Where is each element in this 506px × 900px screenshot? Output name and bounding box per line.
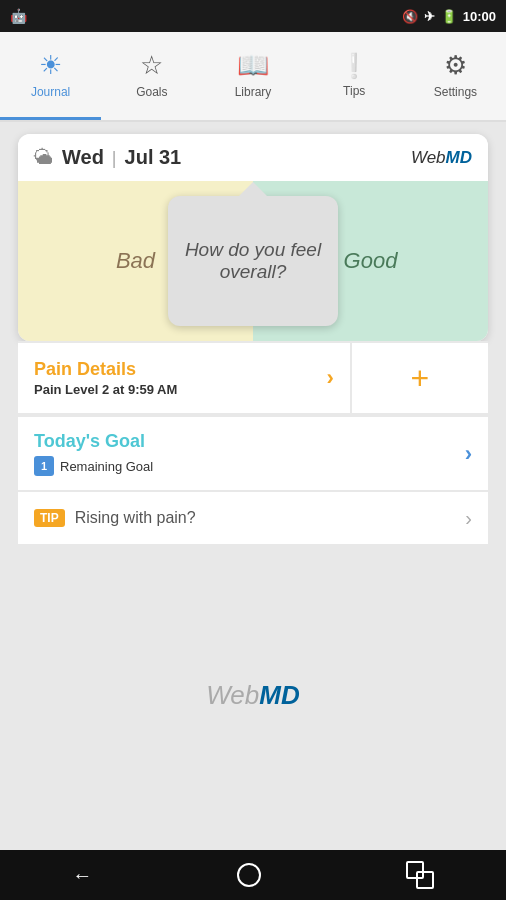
date-header: 🌥 Wed | Jul 31 WebMD xyxy=(18,134,488,181)
goal-content: Today's Goal 1 Remaining Goal xyxy=(34,431,153,476)
android-icon: 🤖 xyxy=(10,8,27,24)
add-entry-button[interactable]: + xyxy=(352,343,488,413)
goal-chevron: › xyxy=(465,441,472,467)
time-display: 10:00 xyxy=(463,9,496,24)
tab-settings[interactable]: ⚙ Settings xyxy=(405,32,506,120)
android-nav-bar: ← xyxy=(0,850,506,900)
tips-icon: ❕ xyxy=(339,52,369,80)
goal-sub: 1 Remaining Goal xyxy=(34,456,153,476)
weather-icon: 🌥 xyxy=(34,146,54,169)
goals-icon: ☆ xyxy=(140,50,163,81)
goal-badge: 1 xyxy=(34,456,54,476)
pain-details-card[interactable]: Pain Details Pain Level 2 at 9:59 AM › xyxy=(18,343,350,413)
mute-icon: 🔇 xyxy=(402,9,418,24)
settings-icon: ⚙ xyxy=(444,50,467,81)
pain-details-subtitle: Pain Level 2 at 9:59 AM xyxy=(34,382,177,397)
airplane-icon: ✈ xyxy=(424,9,435,24)
pain-details-content: Pain Details Pain Level 2 at 9:59 AM xyxy=(34,359,177,397)
goal-subtitle: Remaining Goal xyxy=(60,459,153,474)
date-day: Wed xyxy=(62,146,104,169)
good-label: Good xyxy=(344,248,398,274)
pain-details-chevron: › xyxy=(326,365,333,391)
mood-prompt[interactable]: How do you feel overall? xyxy=(168,196,338,326)
pain-details-title: Pain Details xyxy=(34,359,177,380)
tab-library[interactable]: 📖 Library xyxy=(202,32,303,120)
plus-icon: + xyxy=(411,360,430,397)
pain-section-row: Pain Details Pain Level 2 at 9:59 AM › + xyxy=(18,341,488,415)
webmd-md-text: MD xyxy=(259,680,299,710)
tip-chevron: › xyxy=(465,507,472,530)
sections-wrapper: Pain Details Pain Level 2 at 9:59 AM › +… xyxy=(18,341,488,544)
main-content: 🌥 Wed | Jul 31 WebMD Bad How do you feel… xyxy=(0,122,506,850)
tab-goals[interactable]: ☆ Goals xyxy=(101,32,202,120)
recents-button[interactable] xyxy=(406,861,434,889)
tab-tips-label: Tips xyxy=(343,84,365,98)
webmd-logo: WebMD xyxy=(411,148,472,168)
journal-icon: ☀ xyxy=(39,50,62,81)
status-bar: 🤖 🔇 ✈ 🔋 10:00 xyxy=(0,0,506,32)
bottom-logo-area: WebMD xyxy=(0,544,506,838)
goal-card[interactable]: Today's Goal 1 Remaining Goal › xyxy=(18,417,488,490)
mood-prompt-text: How do you feel overall? xyxy=(180,239,326,283)
tip-left: TIP Rising with pain? xyxy=(34,509,196,527)
tip-badge: TIP xyxy=(34,509,65,527)
journal-card: 🌥 Wed | Jul 31 WebMD Bad How do you feel… xyxy=(18,134,488,341)
tab-journal-label: Journal xyxy=(31,85,70,99)
tab-library-label: Library xyxy=(235,85,272,99)
date-month: Jul 31 xyxy=(125,146,182,169)
back-button[interactable]: ← xyxy=(72,864,92,887)
goal-title: Today's Goal xyxy=(34,431,153,452)
library-icon: 📖 xyxy=(237,50,269,81)
bottom-webmd-logo: WebMD xyxy=(206,680,299,711)
tab-tips[interactable]: ❕ Tips xyxy=(304,32,405,120)
date-divider: | xyxy=(112,148,117,169)
tip-card[interactable]: TIP Rising with pain? › xyxy=(18,492,488,544)
tab-journal[interactable]: ☀ Journal xyxy=(0,32,101,120)
battery-icon: 🔋 xyxy=(441,9,457,24)
tip-text: Rising with pain? xyxy=(75,509,196,527)
nav-tabs: ☀ Journal ☆ Goals 📖 Library ❕ Tips ⚙ Set… xyxy=(0,32,506,122)
bad-label: Bad xyxy=(116,248,155,274)
home-button[interactable] xyxy=(237,863,261,887)
mood-selector[interactable]: Bad How do you feel overall? Good xyxy=(18,181,488,341)
tab-goals-label: Goals xyxy=(136,85,167,99)
tab-settings-label: Settings xyxy=(434,85,477,99)
webmd-web-text: Web xyxy=(206,680,259,710)
